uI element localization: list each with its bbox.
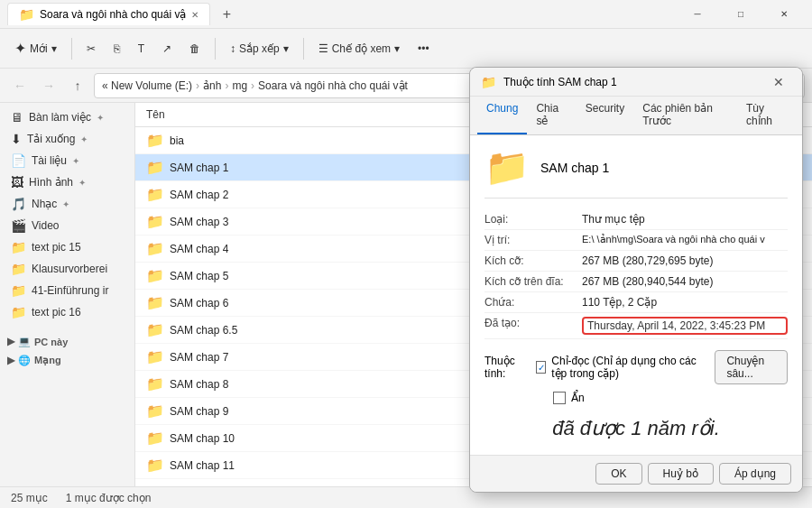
- copy-icon: ⎘: [114, 42, 120, 55]
- network-expand-icon: ▶: [7, 355, 14, 366]
- sidebar-arrow-music: ✦: [62, 199, 69, 209]
- path-drive[interactable]: « New Volume (E:): [102, 79, 192, 92]
- item-count: 25 mục: [11, 492, 48, 504]
- sidebar-item-textpic15[interactable]: 📁 text pic 15: [0, 236, 134, 258]
- documents-icon: 📄: [11, 153, 26, 168]
- active-tab[interactable]: 📁 Soara và ngôi nhà cho quái vậ ✕: [7, 3, 210, 25]
- maximize-button[interactable]: □: [720, 0, 761, 29]
- sidebar-item-klausur[interactable]: 📁 Klausurvorberei: [0, 258, 134, 280]
- folder-icon: 📁: [146, 186, 164, 203]
- advanced-button[interactable]: Chuyện sâu...: [715, 350, 788, 384]
- dialog-folder-header: 📁 SAM chap 1: [484, 146, 788, 199]
- sort-button[interactable]: ↕ Sắp xếp ▾: [223, 39, 296, 59]
- sidebar-arrow-downloads: ✦: [80, 134, 88, 144]
- sidebar-item-einfuhrung[interactable]: 📁 41-Einführung ir: [0, 280, 134, 301]
- folder-icon: 📁: [146, 429, 164, 447]
- props-value-contains: 110 Tệp, 2 Cặp: [582, 296, 788, 309]
- dialog-body: 📁 SAM chap 1 Loại: Thư mục tệp Vị trí: E…: [470, 135, 802, 455]
- properties-dialog: 📁 Thuộc tính SAM chap 1 ✕ Chung Chia sẻ …: [469, 67, 803, 493]
- props-value-created: Thursday, April 14, 2022, 3:45:23 PM: [582, 317, 788, 335]
- apply-button[interactable]: Áp dụng: [719, 463, 791, 485]
- dialog-title-text: Thuộc tính SAM chap 1: [503, 76, 759, 88]
- sidebar-item-downloads[interactable]: ⬇ Tải xuống ✦: [0, 128, 134, 150]
- path-folder[interactable]: Soara và ngôi nhà cho quái vật: [258, 79, 408, 92]
- downloads-icon: ⬇: [11, 132, 22, 146]
- dialog-tab-custom[interactable]: Tùy chỉnh: [737, 97, 795, 134]
- more-icon: •••: [418, 42, 429, 55]
- dialog-tab-share[interactable]: Chia sẻ: [527, 97, 576, 134]
- props-row-disksize: Kích cỡ trên đĩa: 267 MB (280,940,544 by…: [484, 272, 788, 292]
- sidebar-item-textpic16[interactable]: 📁 text pic 16: [0, 301, 134, 323]
- share-button[interactable]: ↗: [155, 39, 179, 59]
- sidebar-label-textpic16: text pic 16: [32, 306, 81, 319]
- more-button[interactable]: •••: [411, 39, 437, 59]
- tab-title: Soara và ngôi nhà cho quái vậ: [40, 8, 186, 21]
- sidebar-item-music[interactable]: 🎵 Nhạc ✦: [0, 193, 134, 215]
- props-label-type: Loại:: [484, 213, 575, 226]
- new-dropdown-icon: ▾: [51, 42, 57, 55]
- pictures-icon: 🖼: [11, 175, 23, 189]
- sidebar-arrow-pictures: ✦: [78, 178, 86, 188]
- folder-icon: 📁: [146, 240, 164, 257]
- cut-icon: ✂: [87, 42, 96, 55]
- file-name: SAM chap 8: [170, 378, 228, 391]
- path-anh[interactable]: ảnh: [203, 79, 221, 92]
- tab-close-btn[interactable]: ✕: [191, 10, 198, 20]
- dialog-tab-versions[interactable]: Các phiên bản Trước: [633, 97, 737, 134]
- props-value-size: 267 MB (280,729,695 byte): [582, 254, 788, 267]
- path-sep-1: ›: [196, 79, 199, 92]
- textpic15-icon: 📁: [11, 240, 26, 254]
- props-row-location: Vị trí: E:\ \ảnh\mg\Soara và ngôi nhà ch…: [484, 230, 788, 251]
- new-tab-button[interactable]: +: [214, 4, 239, 25]
- props-label-location: Vị trí:: [484, 234, 575, 246]
- readonly-checkbox[interactable]: ✓: [536, 361, 546, 374]
- file-name: SAM chap 5: [170, 270, 228, 282]
- dialog-tab-general[interactable]: Chung: [477, 97, 527, 134]
- up-button[interactable]: ↑: [65, 73, 90, 98]
- sidebar-item-pictures[interactable]: 🖼 Hình ảnh ✦: [0, 171, 134, 193]
- cancel-button[interactable]: Huỷ bỏ: [648, 463, 714, 485]
- rename-icon: T: [138, 42, 144, 55]
- folder-icon: 📁: [146, 267, 164, 284]
- rename-button[interactable]: T: [131, 39, 152, 59]
- dialog-title-bar: 📁 Thuộc tính SAM chap 1 ✕: [470, 68, 802, 97]
- delete-button[interactable]: 🗑: [182, 39, 208, 59]
- network-section-header[interactable]: ▶ 🌐 Mạng: [0, 349, 134, 368]
- readonly-label: Chỉ-đọc (Chỉ áp dụng cho các tệp trong c…: [551, 355, 709, 380]
- new-icon: ✦: [14, 40, 26, 57]
- hidden-checkbox[interactable]: [553, 392, 566, 404]
- pc-section-header[interactable]: ▶ 💻 PC này: [0, 330, 134, 349]
- new-button[interactable]: ✦ Mới ▾: [7, 36, 64, 60]
- sidebar-item-video[interactable]: 🎬 Video: [0, 215, 134, 236]
- props-row-size: Kích cỡ: 267 MB (280,729,695 byte): [484, 251, 788, 272]
- network-label: Mạng: [34, 355, 61, 366]
- sort-label: Sắp xếp: [239, 42, 280, 55]
- separator-3: [303, 38, 304, 60]
- props-label-created: Đã tạo:: [484, 317, 575, 335]
- props-table: Loại: Thư mục tệp Vị trí: E:\ \ảnh\mg\So…: [484, 209, 788, 339]
- pc-icon: 💻: [18, 336, 31, 347]
- back-button[interactable]: ←: [7, 73, 32, 98]
- dialog-tab-security[interactable]: Security: [577, 97, 633, 134]
- sidebar-item-desktop[interactable]: 🖥 Bàn làm việc ✦: [0, 106, 134, 128]
- sidebar-item-documents[interactable]: 📄 Tài liệu ✦: [0, 150, 134, 171]
- forward-button[interactable]: →: [36, 73, 61, 98]
- separator-1: [71, 38, 72, 60]
- dialog-close-button[interactable]: ✕: [766, 69, 791, 95]
- close-button[interactable]: ✕: [763, 0, 805, 29]
- file-name: SAM chap 11: [170, 459, 235, 472]
- sidebar-label-downloads: Tải xuống: [27, 133, 75, 145]
- minimize-button[interactable]: ─: [677, 0, 718, 29]
- path-sep-2: ›: [225, 79, 228, 92]
- einfuhrung-icon: 📁: [11, 283, 26, 298]
- view-button[interactable]: ☰ Chế độ xem ▾: [311, 39, 407, 59]
- copy-button[interactable]: ⎘: [106, 39, 127, 59]
- ok-button[interactable]: OK: [595, 463, 641, 485]
- sort-dropdown-icon: ▾: [283, 42, 289, 55]
- sidebar-label-desktop: Bàn làm việc: [29, 111, 91, 124]
- cut-button[interactable]: ✂: [79, 39, 103, 59]
- folder-icon: 📁: [146, 375, 164, 393]
- path-mg[interactable]: mg: [232, 79, 247, 92]
- sidebar-label-pictures: Hình ảnh: [29, 176, 73, 189]
- sidebar-label-music: Nhạc: [32, 198, 57, 210]
